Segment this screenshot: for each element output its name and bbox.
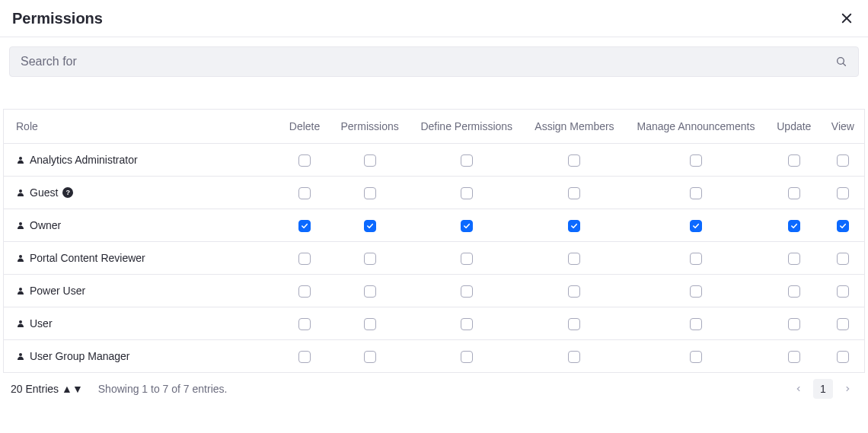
prev-page-button[interactable] xyxy=(789,379,809,399)
column-header: Manage Announcements xyxy=(625,110,767,144)
next-page-button[interactable] xyxy=(838,379,857,399)
permission-checkbox[interactable] xyxy=(364,285,376,298)
permission-checkbox[interactable] xyxy=(364,220,376,232)
permission-checkbox[interactable] xyxy=(837,318,849,330)
permission-checkbox[interactable] xyxy=(298,318,311,330)
permission-checkbox[interactable] xyxy=(690,253,702,265)
permission-checkbox[interactable] xyxy=(690,318,702,330)
close-button[interactable] xyxy=(838,9,856,27)
close-icon xyxy=(840,11,854,25)
permission-checkbox[interactable] xyxy=(364,187,376,199)
permission-checkbox[interactable] xyxy=(461,253,473,265)
permission-checkbox[interactable] xyxy=(788,154,800,167)
permission-checkbox[interactable] xyxy=(837,187,849,199)
permission-checkbox[interactable] xyxy=(298,187,311,199)
permission-checkbox[interactable] xyxy=(461,318,473,330)
page-title: Permissions xyxy=(12,10,103,27)
search-input[interactable] xyxy=(21,55,835,68)
permission-checkbox[interactable] xyxy=(568,220,580,232)
permission-checkbox[interactable] xyxy=(568,187,580,199)
permission-checkbox[interactable] xyxy=(788,220,800,232)
permission-checkbox[interactable] xyxy=(788,318,800,330)
table-row: Power User xyxy=(4,275,864,307)
search-container xyxy=(0,37,868,86)
permission-checkbox[interactable] xyxy=(788,187,800,199)
role-name: Analytics Administrator xyxy=(30,154,138,166)
permission-checkbox[interactable] xyxy=(461,220,473,232)
permission-checkbox[interactable] xyxy=(461,187,473,199)
permission-cell xyxy=(279,209,330,242)
permission-checkbox[interactable] xyxy=(837,253,849,265)
person-icon xyxy=(16,352,25,361)
permission-cell xyxy=(625,307,767,340)
role-name: Guest xyxy=(30,186,58,199)
permission-checkbox[interactable] xyxy=(690,351,702,363)
permission-checkbox[interactable] xyxy=(690,285,702,298)
permission-checkbox[interactable] xyxy=(837,154,849,167)
help-icon[interactable]: ? xyxy=(62,187,73,198)
role-cell: Portal Content Reviewer xyxy=(4,242,279,275)
permission-checkbox[interactable] xyxy=(837,220,849,232)
permission-checkbox[interactable] xyxy=(364,154,376,167)
permission-checkbox[interactable] xyxy=(298,220,311,232)
permission-checkbox[interactable] xyxy=(568,253,580,265)
person-icon xyxy=(16,286,25,295)
permission-checkbox[interactable] xyxy=(568,285,580,298)
permission-cell xyxy=(410,177,524,209)
table-header-row: RoleDeletePermissionsDefine PermissionsA… xyxy=(4,110,864,144)
permission-cell xyxy=(279,307,330,340)
search-icon xyxy=(835,56,847,68)
permission-cell xyxy=(524,242,625,275)
permission-checkbox[interactable] xyxy=(461,154,473,167)
permission-checkbox[interactable] xyxy=(837,285,849,298)
svg-point-10 xyxy=(19,353,22,356)
permission-cell xyxy=(625,275,767,307)
permission-cell xyxy=(822,177,864,209)
role-name: Owner xyxy=(30,219,61,231)
permission-checkbox[interactable] xyxy=(788,285,800,298)
permission-checkbox[interactable] xyxy=(298,351,311,363)
permission-checkbox[interactable] xyxy=(788,351,800,363)
permission-cell xyxy=(279,275,330,307)
permission-cell xyxy=(524,275,625,307)
permission-cell xyxy=(279,340,330,373)
permission-checkbox[interactable] xyxy=(364,253,376,265)
table-row: Portal Content Reviewer xyxy=(4,242,864,275)
permission-checkbox[interactable] xyxy=(461,351,473,363)
permission-checkbox[interactable] xyxy=(690,220,702,232)
permission-checkbox[interactable] xyxy=(364,351,376,363)
permission-checkbox[interactable] xyxy=(690,154,702,167)
role-name: Portal Content Reviewer xyxy=(30,252,145,264)
permission-cell xyxy=(279,242,330,275)
permission-checkbox[interactable] xyxy=(788,253,800,265)
permission-checkbox[interactable] xyxy=(364,318,376,330)
svg-point-7 xyxy=(19,255,22,258)
role-name: User xyxy=(30,317,53,330)
permission-checkbox[interactable] xyxy=(568,154,580,167)
permission-cell xyxy=(330,144,410,177)
entries-selector[interactable]: 20 Entries ▲▼ xyxy=(11,383,83,395)
column-header: Update xyxy=(767,110,822,144)
permission-cell xyxy=(279,144,330,177)
modal-header: Permissions xyxy=(0,0,868,37)
permission-checkbox[interactable] xyxy=(461,285,473,298)
column-header: Delete xyxy=(279,110,330,144)
person-icon xyxy=(16,253,25,263)
permission-cell xyxy=(410,209,524,242)
permission-checkbox[interactable] xyxy=(690,187,702,199)
permission-checkbox[interactable] xyxy=(568,318,580,330)
footer-left: 20 Entries ▲▼ Showing 1 to 7 of 7 entrie… xyxy=(11,383,227,395)
role-name: Power User xyxy=(30,285,85,297)
permission-checkbox[interactable] xyxy=(298,285,311,298)
permission-checkbox[interactable] xyxy=(298,154,311,167)
permission-cell xyxy=(410,275,524,307)
svg-point-6 xyxy=(19,222,22,225)
permission-cell xyxy=(822,242,864,275)
role-name: User Group Manager xyxy=(30,350,130,362)
permission-checkbox[interactable] xyxy=(568,351,580,363)
page-number[interactable]: 1 xyxy=(813,379,833,399)
table-row: Guest? xyxy=(4,177,864,209)
chevron-left-icon xyxy=(795,385,803,393)
permission-checkbox[interactable] xyxy=(298,253,311,265)
permission-checkbox[interactable] xyxy=(837,351,849,363)
